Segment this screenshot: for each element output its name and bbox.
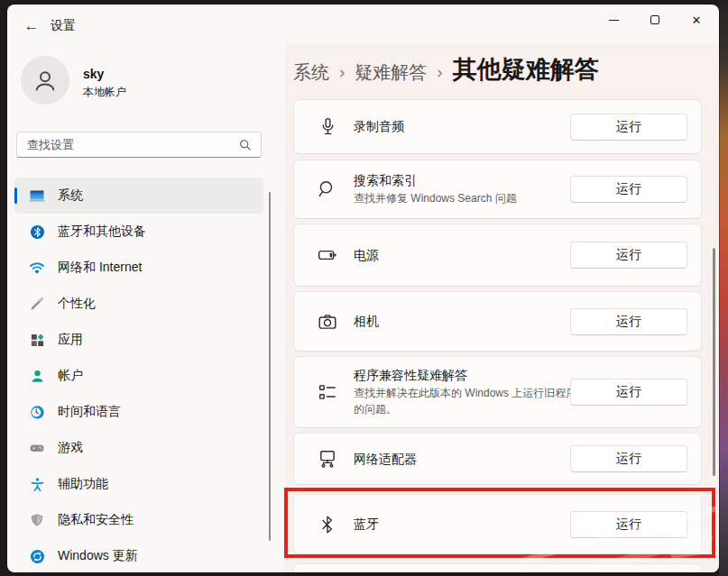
sidebar-item-label: 蓝牙和其他设备 <box>58 224 146 240</box>
troubleshooter-row-camera: 相机 运行 <box>293 291 702 352</box>
selected-accent-bar <box>14 187 17 204</box>
window-controls: ✕ <box>593 5 717 35</box>
breadcrumb-troubleshoot[interactable]: 疑难解答 <box>355 61 427 84</box>
run-button-power[interactable]: 运行 <box>570 242 687 269</box>
breadcrumb: 系统 › 疑难解答 › 其他疑难解答 <box>293 57 599 84</box>
run-button-network-adapter[interactable]: 运行 <box>570 445 687 472</box>
chevron-right-icon: › <box>427 61 452 84</box>
maximize-button[interactable] <box>634 5 676 35</box>
sidebar-item-personalization[interactable]: 个性化 <box>14 286 263 322</box>
bluetooth-icon <box>317 514 338 535</box>
chevron-right-icon: › <box>329 61 355 84</box>
page-title: 其他疑难解答 <box>453 57 599 84</box>
sidebar-item-label: 游戏 <box>58 440 83 456</box>
troubleshooter-row-program-compatibility: 程序兼容性疑难解答 查找并解决在此版本的 Windows 上运行旧程序的问题。 … <box>293 356 702 428</box>
minimize-button[interactable] <box>593 5 634 35</box>
troubleshooter-row-partial <box>293 563 702 572</box>
row-title: 蓝牙 <box>354 517 379 531</box>
sidebar-item-label: 帐户 <box>58 368 83 384</box>
avatar[interactable] <box>21 56 69 105</box>
sidebar-item-accessibility[interactable]: 辅助功能 <box>14 466 263 502</box>
sidebar-item-label: 辅助功能 <box>58 476 108 492</box>
row-title: 相机 <box>354 314 379 328</box>
sidebar-item-label: 时间和语言 <box>58 404 121 420</box>
close-button[interactable]: ✕ <box>676 5 717 35</box>
sidebar-nav: 系统 蓝牙和其他设备 网络和 Internet <box>7 178 278 572</box>
run-button-search-indexing[interactable]: 运行 <box>570 176 687 203</box>
desktop-wallpaper-strip <box>719 0 728 576</box>
main-content: 系统 › 疑难解答 › 其他疑难解答 录制音频 运行 搜索和索引 查找并修复 W… <box>285 44 719 572</box>
user-account-type: 本地帐户 <box>83 85 126 100</box>
privacy-icon <box>29 512 45 528</box>
run-button-bluetooth[interactable]: 运行 <box>570 511 687 538</box>
sidebar-item-label: 系统 <box>58 187 83 204</box>
user-name: sky <box>83 67 104 81</box>
sidebar-item-gaming[interactable]: 游戏 <box>14 430 263 466</box>
troubleshooter-row-search-indexing: 搜索和索引 查找并修复 Windows Search 问题 运行 <box>293 160 702 219</box>
main-scrollbar[interactable] <box>713 248 715 476</box>
row-title: 搜索和索引 <box>354 173 417 187</box>
sidebar-item-label: 网络和 Internet <box>58 260 142 276</box>
sidebar-item-windows-update[interactable]: Windows 更新 <box>14 538 263 572</box>
search-icon <box>239 139 252 151</box>
sidebar-item-system[interactable]: 系统 <box>14 178 263 214</box>
row-title: 电源 <box>354 248 379 262</box>
row-description: 查找并修复 Windows Search 问题 <box>354 190 517 206</box>
personalization-icon <box>29 296 45 312</box>
accounts-icon <box>29 368 45 384</box>
network-icon <box>29 260 45 276</box>
troubleshooter-row-bluetooth: 蓝牙 运行 <box>293 494 702 554</box>
breadcrumb-system[interactable]: 系统 <box>293 61 329 84</box>
sidebar-item-time-language[interactable]: 时间和语言 <box>14 394 263 430</box>
sidebar-scrollbar[interactable] <box>269 192 271 541</box>
minimize-icon <box>609 20 619 21</box>
compatibility-icon <box>317 381 338 403</box>
battery-icon <box>317 244 338 266</box>
sidebar-item-label: 应用 <box>58 332 83 348</box>
camera-icon <box>317 311 338 333</box>
run-button-camera[interactable]: 运行 <box>570 308 687 335</box>
sidebar-item-label: 隐私和安全性 <box>58 512 134 528</box>
search-input[interactable] <box>17 138 239 151</box>
sidebar-item-apps[interactable]: 应用 <box>14 322 263 358</box>
back-button[interactable]: ← <box>18 14 45 38</box>
windows-update-icon <box>29 548 45 564</box>
row-title: 网络适配器 <box>354 452 417 466</box>
sidebar-item-bluetooth-devices[interactable]: 蓝牙和其他设备 <box>14 214 263 250</box>
row-description: 查找并解决在此版本的 Windows 上运行旧程序的问题。 <box>354 385 586 417</box>
settings-search-box[interactable] <box>16 132 262 158</box>
row-title: 程序兼容性疑难解答 <box>354 368 467 382</box>
sidebar-item-label: Windows 更新 <box>58 548 138 564</box>
sidebar: sky 本地帐户 系统 蓝牙和其 <box>7 44 285 572</box>
accessibility-icon <box>29 476 45 492</box>
sidebar-item-label: 个性化 <box>58 296 96 312</box>
back-arrow-icon: ← <box>24 17 40 35</box>
sidebar-item-accounts[interactable]: 帐户 <box>14 358 263 394</box>
close-icon: ✕ <box>692 14 702 27</box>
titlebar: ← 设置 ✕ <box>7 5 719 44</box>
troubleshooter-row-record-audio: 录制音频 运行 <box>293 99 702 154</box>
troubleshooter-row-network-adapter: 网络适配器 运行 <box>293 433 702 485</box>
troubleshooter-row-power: 电源 运行 <box>293 224 702 287</box>
sidebar-item-privacy-security[interactable]: 隐私和安全性 <box>14 502 263 538</box>
sidebar-item-network-internet[interactable]: 网络和 Internet <box>14 250 263 286</box>
run-button-record-audio[interactable]: 运行 <box>570 114 687 141</box>
bluetooth-icon <box>29 224 45 240</box>
settings-window: ← 设置 ✕ sky 本地帐户 <box>7 5 719 572</box>
network-adapter-icon <box>317 448 338 470</box>
apps-icon <box>29 332 45 348</box>
gaming-icon <box>29 440 45 456</box>
row-title: 录制音频 <box>354 119 404 133</box>
maximize-icon <box>650 15 659 24</box>
window-title: 设置 <box>51 18 76 34</box>
microphone-icon <box>317 116 338 138</box>
time-language-icon <box>29 404 45 420</box>
person-icon <box>32 67 59 94</box>
run-button-program-compatibility[interactable]: 运行 <box>570 379 687 406</box>
system-icon <box>29 187 45 204</box>
search-index-icon <box>317 178 338 200</box>
